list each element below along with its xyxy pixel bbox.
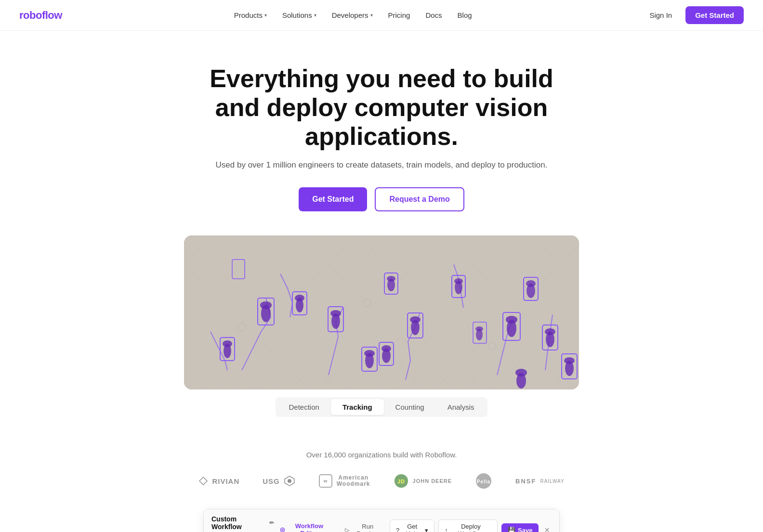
svg-text:W: W bbox=[323, 479, 328, 483]
logo-rivian: RIVIAN bbox=[198, 476, 239, 486]
svg-point-36 bbox=[565, 361, 574, 376]
deploy-icon: ↑ bbox=[445, 527, 448, 532]
workflow-editor-icon: ◎ bbox=[280, 526, 285, 532]
demo-tabs: Detection Tracking Counting Analysis bbox=[276, 397, 488, 417]
deere-label1: JOHN DEERE bbox=[413, 478, 452, 484]
svg-point-12 bbox=[411, 320, 420, 335]
tab-counting[interactable]: Counting bbox=[384, 399, 436, 415]
woodmark-label2: Woodmark bbox=[337, 481, 370, 487]
logo-john-deere: JD JOHN DEERE bbox=[394, 473, 452, 489]
john-deere-icon: JD bbox=[394, 473, 409, 489]
logo-american-woodmark: W American Woodmark bbox=[318, 474, 370, 488]
svg-text:JD: JD bbox=[397, 479, 405, 484]
svg-point-54 bbox=[288, 479, 291, 483]
demo-section: Detection Tracking Counting Analysis bbox=[0, 235, 763, 441]
tab-detection[interactable]: Detection bbox=[277, 399, 331, 415]
svg-point-27 bbox=[382, 349, 391, 363]
svg-point-42 bbox=[296, 298, 303, 312]
bnsf-sublabel: RAILWAY bbox=[540, 479, 564, 484]
svg-point-49 bbox=[476, 329, 483, 340]
workflow-panel: Custom Workflow ✏ Running on Hosted API … bbox=[203, 509, 560, 532]
nav-docs[interactable]: Docs bbox=[420, 8, 447, 22]
logo-text: roboflow bbox=[19, 9, 62, 22]
help-icon: ? bbox=[396, 527, 399, 532]
sign-in-link[interactable]: Sign In bbox=[644, 8, 678, 22]
svg-point-6 bbox=[261, 305, 271, 322]
usg-label: USG bbox=[263, 477, 280, 485]
svg-point-39 bbox=[387, 279, 395, 291]
usg-icon bbox=[284, 475, 295, 487]
chevron-down-icon: ▾ bbox=[425, 527, 428, 532]
workflow-section: Custom Workflow ✏ Running on Hosted API … bbox=[0, 509, 763, 532]
logo-usg: USG bbox=[263, 475, 295, 487]
pella-icon: Pella bbox=[475, 472, 492, 490]
workflow-actions: ? Get Help ▾ ↑ Deploy Workflow 💾 Save × bbox=[390, 519, 552, 532]
hero-section: Everything you need to build and deploy … bbox=[0, 31, 763, 235]
logos-subtitle: Over 16,000 organizations build with Rob… bbox=[19, 451, 744, 459]
hero-subtitle: Used by over 1 million engineers to crea… bbox=[19, 160, 744, 170]
run-preview-tab[interactable]: ▷ Run Preview bbox=[339, 520, 390, 532]
svg-point-24 bbox=[365, 353, 374, 368]
nav-links: Products ▾ Solutions ▾ Developers ▾ Pric… bbox=[228, 8, 478, 22]
chevron-down-icon: ▾ bbox=[264, 13, 267, 18]
svg-point-45 bbox=[516, 373, 526, 389]
svg-point-15 bbox=[507, 320, 516, 337]
woodmark-icon: W bbox=[318, 474, 333, 488]
workflow-tabs: ◎ Workflow Editor ▷ Run Preview bbox=[274, 519, 390, 532]
tab-analysis[interactable]: Analysis bbox=[436, 399, 486, 415]
svg-point-30 bbox=[526, 284, 535, 298]
workflow-editor-tab[interactable]: ◎ Workflow Editor bbox=[274, 519, 337, 532]
logos-section: Over 16,000 organizations build with Rob… bbox=[0, 441, 763, 509]
logo[interactable]: roboflow bbox=[19, 9, 62, 22]
logos-row: RIVIAN USG W American Woodmark J bbox=[19, 472, 744, 490]
demo-visualization bbox=[184, 235, 579, 389]
workflow-header: Custom Workflow ✏ Running on Hosted API … bbox=[204, 509, 559, 532]
tab-tracking[interactable]: Tracking bbox=[331, 399, 384, 415]
bnsf-label: BNSF bbox=[515, 478, 536, 485]
pencil-icon[interactable]: ✏ bbox=[269, 519, 274, 526]
logo-bnsf: BNSF RAILWAY bbox=[515, 478, 565, 485]
svg-point-33 bbox=[546, 332, 554, 347]
chevron-down-icon: ▾ bbox=[370, 13, 373, 18]
hero-title: Everything you need to build and deploy … bbox=[194, 65, 569, 151]
navbar: roboflow Products ▾ Solutions ▾ Develope… bbox=[0, 0, 763, 31]
rivian-icon bbox=[198, 476, 208, 486]
workflow-title-row: Custom Workflow ✏ bbox=[211, 515, 274, 531]
logo-pella: Pella bbox=[475, 472, 492, 490]
nav-developers[interactable]: Developers ▾ bbox=[326, 8, 379, 22]
hero-buttons: Get Started Request a Demo bbox=[19, 187, 744, 211]
get-help-button[interactable]: ? Get Help ▾ bbox=[390, 519, 434, 532]
svg-point-9 bbox=[331, 313, 340, 329]
workflow-close-button[interactable]: × bbox=[542, 525, 552, 532]
nav-products[interactable]: Products ▾ bbox=[228, 8, 273, 22]
chevron-down-icon: ▾ bbox=[314, 13, 316, 18]
demo-image bbox=[184, 235, 579, 389]
nav-solutions[interactable]: Solutions ▾ bbox=[276, 8, 322, 22]
nav-blog[interactable]: Blog bbox=[452, 8, 478, 22]
nav-pricing[interactable]: Pricing bbox=[382, 8, 416, 22]
svg-marker-53 bbox=[199, 477, 207, 485]
hero-get-started-button[interactable]: Get Started bbox=[299, 187, 367, 211]
save-button[interactable]: 💾 Save bbox=[501, 523, 539, 532]
get-started-nav-button[interactable]: Get Started bbox=[685, 6, 744, 24]
svg-point-21 bbox=[224, 344, 231, 358]
deploy-workflow-button[interactable]: ↑ Deploy Workflow bbox=[438, 519, 498, 532]
hero-request-demo-button[interactable]: Request a Demo bbox=[375, 187, 464, 211]
workflow-title-section: Custom Workflow ✏ Running on Hosted API … bbox=[211, 515, 274, 532]
nav-right: Sign In Get Started bbox=[644, 6, 744, 24]
run-preview-icon: ▷ bbox=[345, 527, 349, 532]
save-icon: 💾 bbox=[508, 527, 515, 532]
rivian-label: RIVIAN bbox=[212, 477, 239, 485]
workflow-title-text: Custom Workflow bbox=[211, 515, 266, 531]
svg-text:Pella: Pella bbox=[477, 479, 490, 484]
svg-point-18 bbox=[455, 281, 462, 294]
